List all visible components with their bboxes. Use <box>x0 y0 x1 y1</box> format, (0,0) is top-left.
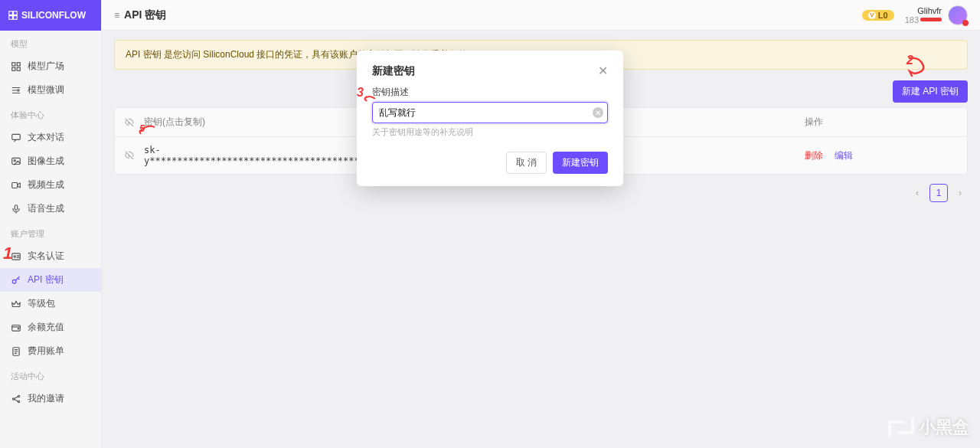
cancel-button[interactable]: 取 消 <box>506 152 547 174</box>
watermark-icon <box>888 414 914 440</box>
watermark: 小黑盒 <box>888 414 969 440</box>
modal-title: 新建密钥 <box>372 64 415 78</box>
close-icon[interactable]: ✕ <box>598 65 608 77</box>
confirm-button[interactable]: 新建密钥 <box>553 152 608 174</box>
field-label: 密钥描述 <box>372 86 608 99</box>
field-hint: 关于密钥用途等的补充说明 <box>372 126 608 138</box>
key-description-input[interactable] <box>372 102 608 123</box>
clear-icon[interactable]: ✕ <box>593 107 603 118</box>
new-key-modal: 新建密钥 ✕ 密钥描述 ✕ 关于密钥用途等的补充说明 取 消 新建密钥 <box>357 51 623 186</box>
modal-overlay: 新建密钥 ✕ 密钥描述 ✕ 关于密钥用途等的补充说明 取 消 新建密钥 <box>0 0 980 448</box>
